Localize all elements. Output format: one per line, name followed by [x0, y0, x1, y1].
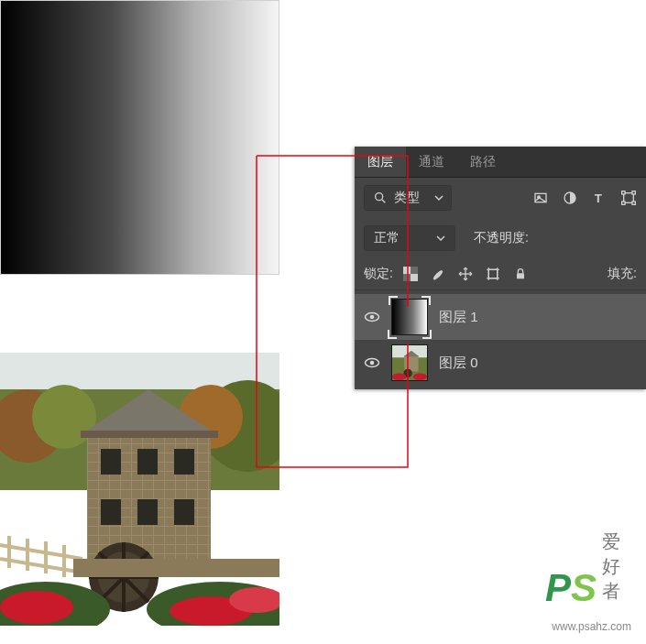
svg-text:T: T	[595, 191, 602, 205]
watermark-p: P	[545, 566, 571, 609]
blend-mode-value: 正常	[374, 230, 400, 246]
svg-line-24	[0, 545, 82, 559]
svg-rect-47	[403, 267, 411, 274]
layers-panel: 图层 通道 路径 类型 T	[355, 147, 646, 389]
filter-row: 类型 T	[355, 178, 646, 218]
svg-point-68	[392, 373, 406, 380]
svg-rect-13	[137, 449, 158, 475]
svg-rect-15	[101, 499, 121, 525]
svg-line-25	[0, 559, 82, 573]
svg-rect-53	[488, 269, 497, 278]
visibility-toggle[interactable]	[364, 309, 380, 325]
lock-move-icon[interactable]	[457, 266, 474, 282]
search-icon	[372, 190, 389, 206]
layer-thumbnail[interactable]	[391, 344, 428, 381]
tab-layers[interactable]: 图层	[355, 147, 406, 177]
svg-point-3	[32, 385, 96, 449]
layer-name[interactable]: 图层 0	[439, 355, 478, 372]
fill-label: 填充:	[608, 266, 637, 282]
svg-line-37	[382, 200, 385, 202]
tab-paths[interactable]: 路径	[457, 147, 509, 177]
watermark-url: www.psahz.com	[552, 620, 631, 633]
lock-all-icon[interactable]	[512, 266, 529, 282]
svg-point-69	[413, 373, 427, 380]
lock-artboard-icon[interactable]	[485, 266, 501, 282]
filter-type-label: 类型	[394, 190, 420, 206]
svg-rect-14	[174, 449, 194, 475]
svg-rect-44	[632, 191, 635, 194]
svg-rect-17	[174, 499, 194, 525]
svg-point-36	[376, 193, 383, 201]
svg-rect-48	[411, 274, 418, 281]
filter-shape-icon[interactable]	[620, 190, 637, 206]
svg-rect-58	[517, 273, 524, 278]
svg-point-60	[370, 315, 375, 320]
filter-type-text-icon[interactable]: T	[591, 190, 608, 206]
svg-rect-16	[137, 499, 158, 525]
opacity-label: 不透明度:	[474, 230, 529, 246]
svg-rect-43	[622, 191, 625, 194]
chevron-down-icon	[436, 231, 445, 246]
gradient-preview	[0, 0, 279, 275]
lock-label: 锁定:	[364, 266, 393, 282]
svg-rect-12	[101, 449, 121, 475]
svg-rect-50	[403, 274, 411, 281]
svg-rect-49	[411, 267, 418, 274]
svg-point-62	[370, 361, 375, 366]
lock-transparent-icon[interactable]	[402, 266, 419, 282]
layer-list: 图层 1 图层 0	[355, 290, 646, 389]
svg-rect-46	[632, 202, 635, 204]
lock-paint-icon[interactable]	[430, 266, 446, 282]
filter-pixel-icon[interactable]	[532, 190, 549, 206]
lock-row: 锁定: 填充:	[355, 258, 646, 290]
panel-tabs: 图层 通道 路径	[355, 147, 646, 178]
svg-point-31	[0, 591, 73, 624]
watermark-text: 爱好者	[602, 529, 620, 604]
svg-rect-35	[73, 559, 279, 577]
layer-name[interactable]: 图层 1	[439, 309, 478, 326]
blend-row: 正常 不透明度:	[355, 218, 646, 258]
tab-channels[interactable]: 通道	[406, 147, 457, 177]
blend-mode-select[interactable]: 正常	[364, 225, 455, 251]
svg-rect-11	[81, 431, 218, 438]
photo-preview	[0, 353, 279, 626]
svg-rect-45	[622, 202, 625, 204]
chevron-down-icon	[434, 191, 443, 205]
filter-type-select[interactable]: 类型	[364, 185, 452, 211]
layer-row[interactable]: 图层 0	[355, 340, 646, 386]
filter-adjustment-icon[interactable]	[562, 190, 578, 206]
layer-row[interactable]: 图层 1	[355, 294, 646, 340]
visibility-toggle[interactable]	[364, 355, 380, 371]
watermark-s: S	[571, 566, 597, 609]
